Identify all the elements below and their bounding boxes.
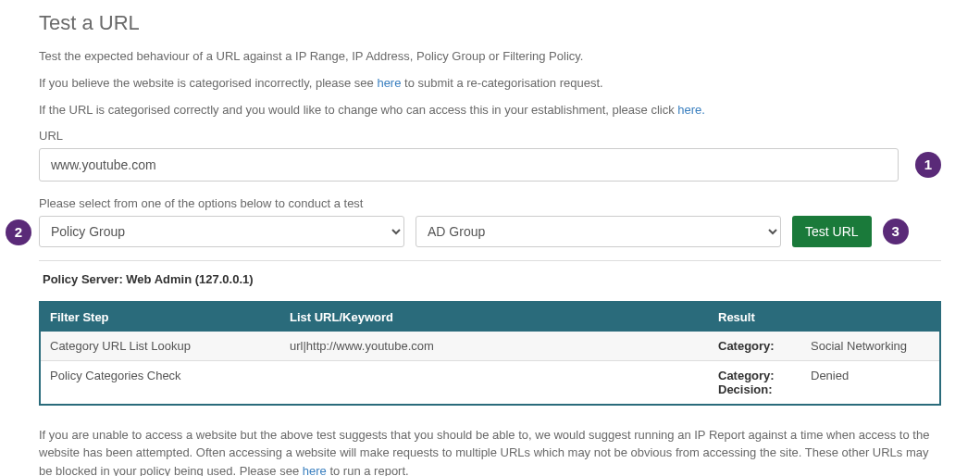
results-table: Filter Step List URL/Keyword Result Cate…	[39, 301, 941, 406]
table-row: Policy Categories Check Category: Decisi…	[40, 360, 940, 405]
th-filter-step: Filter Step	[40, 302, 280, 332]
cell-result-key-2: Decision:	[718, 382, 792, 396]
url-label: URL	[39, 129, 941, 143]
url-input[interactable]	[39, 148, 899, 182]
footer-b: to run a report.	[327, 464, 409, 476]
intro-p2a: If you believe the website is categorise…	[39, 76, 377, 90]
intro-p3a: If the URL is categorised correctly and …	[39, 103, 677, 117]
step-badge-1: 1	[915, 152, 941, 178]
footer-text: If you are unable to access a website bu…	[39, 426, 941, 476]
intro-p1: Test the expected behaviour of a URL aga…	[39, 48, 941, 66]
intro-p2b: to submit a re-categorisation request.	[401, 76, 602, 90]
policy-server-line: Policy Server: Web Admin (127.0.0.1)	[43, 272, 937, 286]
ad-group-select[interactable]: AD Group	[416, 216, 781, 247]
cell-result-val-2: Denied	[811, 369, 930, 382]
th-result: Result	[709, 302, 940, 332]
recat-link[interactable]: here	[377, 76, 401, 90]
policy-server-value: Web Admin (127.0.0.1)	[126, 272, 253, 286]
access-link[interactable]: here.	[677, 103, 705, 117]
step-badge-2: 2	[6, 219, 31, 245]
cell-result-key: Category: Decision:	[709, 360, 801, 405]
table-row: Category URL List Lookup url|http://www.…	[40, 332, 940, 361]
th-list-url: List URL/Keyword	[280, 302, 709, 332]
test-url-button[interactable]: Test URL	[792, 216, 872, 247]
report-link[interactable]: here	[303, 464, 327, 476]
select-label: Please select from one of the options be…	[39, 196, 941, 210]
intro-p3: If the URL is categorised correctly and …	[39, 102, 941, 119]
cell-step: Policy Categories Check	[40, 360, 280, 405]
divider	[39, 260, 941, 261]
cell-result-key-1: Category:	[718, 369, 792, 382]
cell-list	[280, 360, 709, 405]
footer-a: If you are unable to access a website bu…	[39, 428, 929, 476]
cell-result-val: Denied	[801, 360, 940, 405]
page-title: Test a URL	[39, 11, 941, 35]
cell-result-key: Category:	[709, 332, 801, 361]
cell-result-val: Social Networking	[801, 332, 940, 361]
policy-group-select[interactable]: Policy Group	[39, 216, 404, 247]
cell-list: url|http://www.youtube.com	[280, 332, 709, 361]
cell-step: Category URL List Lookup	[40, 332, 280, 361]
policy-server-label: Policy Server:	[43, 272, 126, 286]
step-badge-3: 3	[883, 219, 909, 244]
intro-p2: If you believe the website is categorise…	[39, 75, 941, 93]
